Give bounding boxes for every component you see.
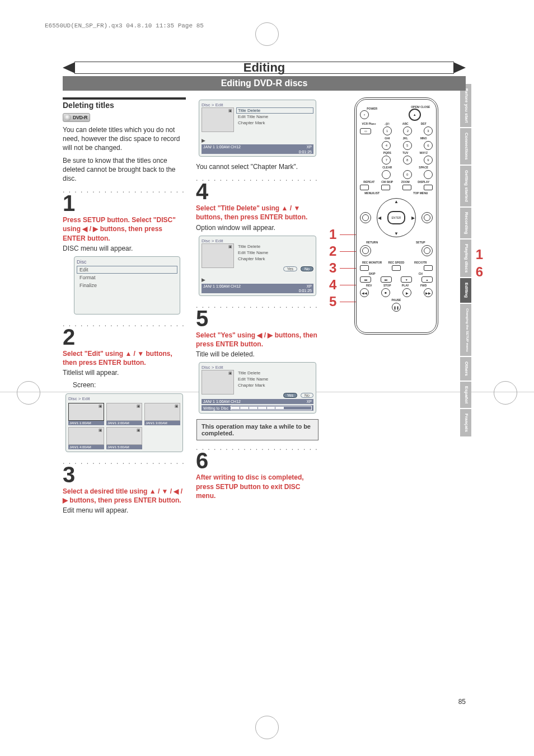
digit-3[interactable]: 3 — [424, 126, 433, 135]
digit-8[interactable]: 8 — [403, 156, 412, 165]
title-cap-5: JAN/1 5:00AM — [106, 445, 142, 449]
separator-dots: . . . . . . . . . . . . . . . . . . . . … — [63, 186, 186, 194]
ch-up-button[interactable]: ▲ — [421, 276, 433, 283]
lbl-play: PLAY — [396, 284, 415, 287]
osd-status-right: XP — [307, 400, 312, 403]
disc-menu-format[interactable]: Format — [77, 274, 177, 281]
digit-7[interactable]: 7 — [382, 156, 391, 165]
lbl-def: DEF — [415, 122, 433, 125]
callout-4: 4 — [329, 276, 357, 293]
digit-6[interactable]: 6 — [424, 141, 433, 150]
content-area: Editing Editing DVD-R discs Deleting tit… — [63, 62, 466, 518]
return-button[interactable] — [360, 245, 371, 256]
osd-preview-thumb — [202, 370, 234, 395]
enter-button[interactable]: ENTER — [387, 211, 405, 224]
disc-menu-finalize[interactable]: Finalize — [77, 281, 177, 289]
osd-time: 0:01:25 — [299, 289, 312, 293]
fwd-button[interactable]: ▶▶ — [424, 288, 433, 297]
lbl-menulist: MENU/LIST — [360, 191, 384, 195]
disc-icon — [64, 114, 71, 121]
osd-status-left: JAN/ 1 1:00AM CH12 — [203, 284, 241, 288]
step-4-follow: Option window will appear. — [196, 223, 319, 232]
digit-9[interactable]: 9 — [424, 156, 433, 165]
recmon-button[interactable] — [360, 265, 369, 271]
remote-callouts-left: 1 2 3 4 5 — [329, 226, 357, 310]
vcrplus-button[interactable]: ▭ — [360, 128, 371, 134]
osd-no-button[interactable]: No — [301, 393, 313, 398]
title-thumb-4[interactable] — [68, 427, 104, 445]
dpad-right[interactable]: ▶ — [411, 215, 415, 220]
zoom-button[interactable] — [402, 185, 411, 190]
display-button[interactable] — [424, 185, 433, 190]
osd-yes-button[interactable]: Yes — [283, 393, 297, 398]
cmskip-button[interactable] — [381, 185, 390, 190]
digit-5[interactable]: 5 — [403, 141, 412, 150]
power-button[interactable]: • — [360, 110, 369, 119]
callout-r6: 6 — [476, 263, 483, 280]
lbl-rev: REV — [360, 284, 378, 287]
play-icon: ▶ — [202, 277, 313, 283]
osd-confirm: Disc > Edit Title Delete Edit Title Name… — [199, 236, 316, 296]
dpad-up[interactable]: ▲ — [394, 199, 399, 204]
lbl-tuv: TUV — [396, 151, 415, 154]
osd-yes-button[interactable]: Yes — [283, 266, 297, 271]
dpad-down[interactable]: ▼ — [394, 231, 399, 236]
osd-title-delete[interactable]: Title Delete — [236, 107, 313, 114]
disc-type-badge: DVD-R — [63, 113, 90, 122]
callout-5: 5 — [329, 293, 357, 310]
repeat-button[interactable] — [360, 185, 369, 190]
space-button[interactable] — [424, 170, 433, 179]
dpad-left[interactable]: ◀ — [378, 215, 381, 220]
ch-down-button[interactable]: ▼ — [401, 276, 412, 283]
skip-fwd-button[interactable]: ⏭ — [381, 276, 392, 283]
separator-dots: . . . . . . . . . . . . . . . . . . . . … — [196, 302, 319, 309]
osd-writing: Disc > Edit Title Delete Edit Title Name… — [199, 362, 316, 414]
separator-dots: . . . . . . . . . . . . . . . . . . . . … — [196, 175, 319, 182]
warning-note: This operation may take a while to be co… — [196, 419, 318, 440]
lbl-vcrplus: VCR Plus+ — [360, 122, 378, 125]
stop-button[interactable]: ■ — [381, 288, 390, 297]
osd-writing-label: Writing to Disc — [203, 406, 228, 410]
lbl-repeat: REPEAT — [360, 180, 378, 184]
title-cap-3: JAN/1 3:00AM — [144, 421, 180, 425]
recotr-button[interactable] — [424, 265, 433, 271]
lbl-open-close: OPEN/ CLOSE — [409, 105, 433, 109]
osd-no-button[interactable]: No — [301, 266, 313, 271]
title-thumb-5[interactable] — [106, 427, 142, 445]
menulist-button[interactable] — [360, 212, 371, 223]
title-thumb-3[interactable] — [144, 403, 180, 421]
play-button[interactable]: ▶ — [402, 288, 411, 297]
lbl-stop: STOP — [378, 284, 397, 287]
step-3-lead: Select a desired title using ▲ / ▼ / ◀ /… — [63, 487, 186, 505]
disc-menu-edit[interactable]: Edit — [77, 266, 177, 274]
lbl-setup: SETUP — [409, 241, 433, 244]
title-thumb-1[interactable] — [68, 403, 104, 421]
pause-button[interactable]: ❚❚ — [392, 303, 401, 312]
clear-button[interactable] — [382, 170, 391, 179]
setup-button[interactable] — [421, 245, 433, 256]
title-thumb-2[interactable] — [106, 403, 142, 421]
digit-0[interactable]: 0 — [403, 170, 412, 179]
intro-text-1: You can delete titles which you do not n… — [63, 125, 186, 153]
arrow-right-icon — [453, 62, 466, 73]
step-number-6: 6 — [196, 449, 319, 472]
digit-1[interactable]: 1 — [383, 126, 392, 135]
lbl-mno: MNO — [415, 137, 433, 140]
osd-chapter-mark[interactable]: Chapter Mark — [236, 120, 313, 126]
open-close-button[interactable]: ▲ — [409, 109, 421, 121]
digit-2[interactable]: 2 — [403, 126, 412, 135]
osd-edit-title-name[interactable]: Edit Title Name — [236, 114, 313, 120]
column-2: Disc > Edit Title Delete Edit Title Name… — [196, 97, 319, 518]
separator-dots: . . . . . . . . . . . . . . . . . . . . … — [196, 444, 319, 452]
skip-back-button[interactable]: ⏮ — [360, 276, 371, 283]
remote-callouts-right: 1 6 — [476, 246, 483, 280]
step-number-3: 3 — [63, 463, 186, 486]
osd-chapter-mark: Chapter Mark — [236, 382, 313, 388]
step-3-follow: Edit menu will appear. — [63, 506, 186, 515]
recspeed-button[interactable] — [392, 265, 401, 271]
lbl-skip: SKIP — [360, 272, 384, 275]
rev-button[interactable]: ◀◀ — [360, 288, 369, 297]
lbl-recmon: REC MONITOR — [360, 261, 384, 264]
topmenu-button[interactable] — [421, 212, 433, 223]
digit-4[interactable]: 4 — [382, 141, 391, 150]
